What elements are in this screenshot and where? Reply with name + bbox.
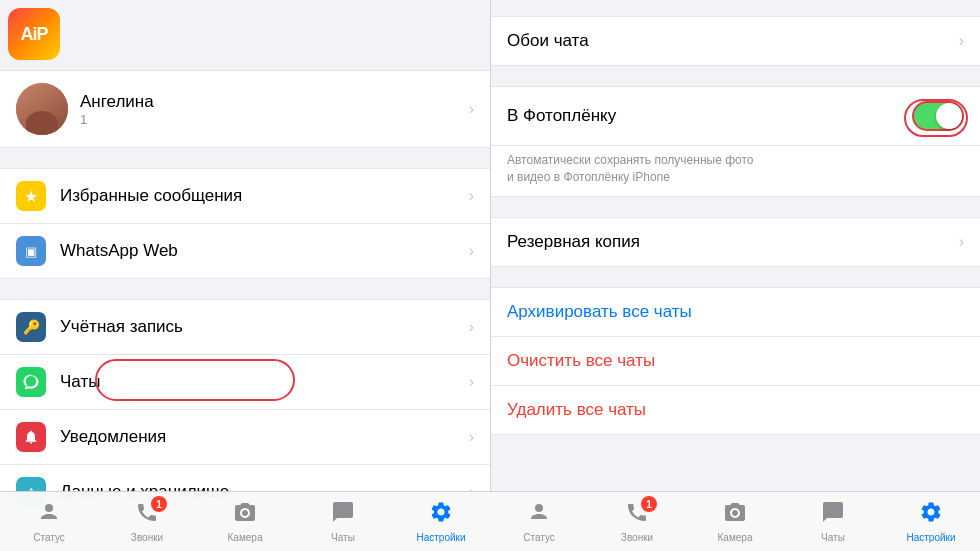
clear-all-label: Очистить все чаты xyxy=(507,351,655,370)
whatsapp-web-chevron: › xyxy=(469,242,474,260)
chats-label: Чаты xyxy=(60,372,469,392)
right-panel: Обои чата › В Фотоплёнку Автоматически с… xyxy=(490,0,980,551)
settings-icon-right xyxy=(919,500,943,530)
save-photos-toggle[interactable] xyxy=(912,101,964,131)
whatsapp-web-icon: ▣ xyxy=(16,236,46,266)
status-icon xyxy=(37,500,61,530)
notifications-icon xyxy=(16,422,46,452)
menu-item-favorites[interactable]: ★ Избранные сообщения › xyxy=(0,169,490,224)
chats-tab-icon xyxy=(331,500,355,530)
calls-icon-right: 1 xyxy=(625,500,649,530)
menu-item-backup[interactable]: Резервная копия › xyxy=(491,218,980,266)
toggle-container xyxy=(912,101,964,131)
favorites-label: Избранные сообщения xyxy=(60,186,469,206)
backup-chevron: › xyxy=(959,233,964,251)
tab-chats-right[interactable]: Чаты xyxy=(798,500,868,543)
camera-icon-right xyxy=(723,500,747,530)
action-clear-all[interactable]: Очистить все чаты xyxy=(491,337,980,386)
tab-status-right[interactable]: Статус xyxy=(504,500,574,543)
svg-point-1 xyxy=(535,504,543,512)
tab-camera-label-right: Камера xyxy=(718,532,753,543)
tab-settings-right[interactable]: Настройки xyxy=(896,500,966,543)
delete-all-label: Удалить все чаты xyxy=(507,400,646,419)
favorites-chevron: › xyxy=(469,187,474,205)
wallpaper-label: Обои чата xyxy=(507,31,959,51)
tab-chats-label-left: Чаты xyxy=(331,532,355,543)
account-label: Учётная запись xyxy=(60,317,469,337)
menu-group-2: 🔑 Учётная запись › Чаты › Уведомления › … xyxy=(0,299,490,520)
chats-tab-icon-right xyxy=(821,500,845,530)
notifications-label: Уведомления xyxy=(60,427,469,447)
tab-camera-right[interactable]: Камера xyxy=(700,500,770,543)
svg-point-0 xyxy=(45,504,53,512)
tab-camera-label-left: Камера xyxy=(228,532,263,543)
profile-section[interactable]: Ангелина 1 › xyxy=(0,70,490,148)
profile-name: Ангелина xyxy=(80,92,469,112)
left-panel: AiP Ангелина 1 › ★ Избранные сообщения ›… xyxy=(0,0,490,551)
chats-chevron: › xyxy=(469,373,474,391)
tab-status-left[interactable]: Статус xyxy=(14,500,84,543)
tab-status-label-left: Статус xyxy=(33,532,65,543)
profile-number: 1 xyxy=(80,112,469,127)
tab-camera-left[interactable]: Камера xyxy=(210,500,280,543)
tab-calls-label-left: Звонки xyxy=(131,532,163,543)
left-tab-bar: Статус 1 Звонки Камера Чаты Настройк xyxy=(0,491,490,551)
toggle-knob xyxy=(936,103,962,129)
settings-icon xyxy=(429,500,453,530)
account-chevron: › xyxy=(469,318,474,336)
menu-item-whatsapp-web[interactable]: ▣ WhatsApp Web › xyxy=(0,224,490,278)
menu-item-chats[interactable]: Чаты › xyxy=(0,355,490,410)
tab-settings-label-right: Настройки xyxy=(906,532,955,543)
aip-logo: AiP xyxy=(8,8,60,60)
profile-info: Ангелина 1 xyxy=(80,92,469,127)
menu-item-save-photos: В Фотоплёнку xyxy=(491,87,980,146)
chats-icon xyxy=(16,367,46,397)
notifications-chevron: › xyxy=(469,428,474,446)
wallpaper-chevron: › xyxy=(959,32,964,50)
wallpaper-group: Обои чата › xyxy=(491,16,980,66)
archive-all-label: Архивировать все чаты xyxy=(507,302,692,321)
backup-label: Резервная копия xyxy=(507,232,959,252)
calls-icon: 1 xyxy=(135,500,159,530)
tab-chats-left[interactable]: Чаты xyxy=(308,500,378,543)
save-photos-subtitle: Автоматически сохранять полученные фотои… xyxy=(491,146,980,196)
backup-group: Резервная копия › xyxy=(491,217,980,267)
action-archive-all[interactable]: Архивировать все чаты xyxy=(491,288,980,337)
menu-item-account[interactable]: 🔑 Учётная запись › xyxy=(0,300,490,355)
save-photos-label: В Фотоплёнку xyxy=(507,106,912,126)
calls-badge-right: 1 xyxy=(641,496,657,512)
menu-group-1: ★ Избранные сообщения › ▣ WhatsApp Web › xyxy=(0,168,490,279)
avatar xyxy=(16,83,68,135)
tab-calls-right[interactable]: 1 Звонки xyxy=(602,500,672,543)
account-icon: 🔑 xyxy=(16,312,46,342)
save-photos-group: В Фотоплёнку Автоматически сохранять пол… xyxy=(491,86,980,197)
action-delete-all[interactable]: Удалить все чаты xyxy=(491,386,980,434)
menu-item-notifications[interactable]: Уведомления › xyxy=(0,410,490,465)
profile-chevron: › xyxy=(469,100,474,118)
tab-calls-label-right: Звонки xyxy=(621,532,653,543)
right-tab-bar: Статус 1 Звонки Камера Чаты Настройк xyxy=(490,491,980,551)
right-content: Обои чата › В Фотоплёнку Автоматически с… xyxy=(491,0,980,551)
tab-status-label-right: Статус xyxy=(523,532,555,543)
tab-calls-left[interactable]: 1 Звонки xyxy=(112,500,182,543)
favorites-icon: ★ xyxy=(16,181,46,211)
menu-item-wallpaper[interactable]: Обои чата › xyxy=(491,17,980,65)
tab-settings-left[interactable]: Настройки xyxy=(406,500,476,543)
tab-settings-label-left: Настройки xyxy=(416,532,465,543)
camera-icon xyxy=(233,500,257,530)
whatsapp-web-label: WhatsApp Web xyxy=(60,241,469,261)
calls-badge-left: 1 xyxy=(151,496,167,512)
tab-chats-label-right: Чаты xyxy=(821,532,845,543)
status-icon-right xyxy=(527,500,551,530)
actions-group: Архивировать все чаты Очистить все чаты … xyxy=(491,287,980,435)
